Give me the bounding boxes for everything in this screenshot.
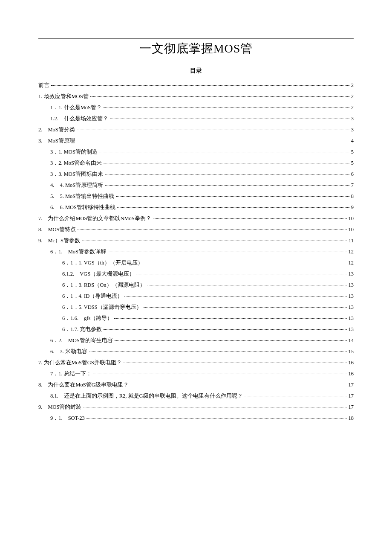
toc-leader-dots [105, 174, 349, 174]
toc-entry[interactable]: 7. 为什么介绍MOS管的文章都以NMoS举例？10 [38, 213, 354, 224]
toc-leader-dots [89, 352, 347, 352]
toc-entry-label: 6．1．5. VDSS（漏源击穿电压） [62, 302, 142, 313]
toc-entry-page: 7 [351, 180, 354, 191]
toc-entry-label: 6．1.7. 充电参数 [62, 324, 102, 335]
toc-entry-label: 6.1.2. VGS（最大栅源电压） [62, 268, 135, 279]
toc-entry-page: 2 [351, 102, 354, 113]
toc-entry[interactable]: 6．1. MoS管参数详解12 [38, 246, 354, 257]
toc-entry[interactable]: 7．1. 总结一下：16 [38, 368, 354, 379]
toc-entry[interactable]: 4. 4. MoS管原理简析7 [38, 180, 354, 191]
toc-entry-page: 10 [349, 213, 354, 224]
toc-entry-label: 9．1. SOT-23 [50, 413, 85, 424]
toc-entry[interactable]: 6．1.7. 充电参数13 [38, 324, 354, 335]
toc-entry-page: 5 [351, 157, 354, 169]
toc-entry[interactable]: 6. 3. 米勒电容15 [38, 346, 354, 357]
toc-leader-dots [145, 263, 347, 263]
toc-entry-label: 1. 场效应管和MOS管 [38, 91, 89, 102]
toc-leader-dots [83, 407, 346, 407]
toc-entry-label: 7．1. 总结一下： [50, 368, 92, 379]
toc-leader-dots [245, 396, 347, 396]
toc-entry[interactable]: 6．1．1. VGS（th）（开启电压）12 [38, 257, 354, 268]
toc-entry-page: 13 [349, 313, 354, 324]
toc-entry[interactable]: 1. 场效应管和MOS管2 [38, 91, 354, 102]
toc-entry[interactable]: 8. MOS管特点10 [38, 224, 354, 235]
toc-entry-page: 15 [349, 346, 354, 357]
toc-entry-label: 5. 5. MoS管输出特性曲线 [50, 191, 114, 202]
toc-entry-label: 8. MOS管特点 [38, 224, 76, 235]
toc-entry-page: 17 [349, 390, 354, 401]
toc-entry[interactable]: 6. 6. MOS管转移特性曲线9 [38, 202, 354, 213]
toc-entry-page: 8 [351, 191, 354, 202]
document-title: 一文彻底掌握MOS管 [38, 38, 354, 57]
toc-entry[interactable]: 3. MoS管原理4 [38, 135, 354, 146]
toc-leader-dots [51, 85, 349, 86]
toc-entry-label: 7. 为什么介绍MOS管的文章都以NMoS举例？ [38, 213, 151, 224]
toc-entry-page: 5 [351, 146, 354, 157]
toc-leader-dots [114, 318, 346, 319]
toc-entry-page: 13 [349, 302, 354, 313]
toc-entry-label: 6．1．4. ID（导通电流） [62, 291, 123, 302]
toc-entry-page: 10 [349, 224, 354, 235]
toc-leader-dots [108, 252, 347, 252]
toc-entry[interactable]: 1．1. 什么是MoS管？2 [38, 102, 354, 113]
toc-entry-page: 6 [351, 169, 354, 180]
toc-leader-dots [130, 385, 347, 385]
toc-entry[interactable]: 2. MoS管分类3 [38, 124, 354, 135]
toc-entry-label: 6．1．3. RDS（On）（漏源电阻） [62, 279, 145, 291]
toc-entry-page: 16 [349, 357, 354, 368]
toc-entry-page: 3 [351, 124, 354, 135]
toc-entry-label: 7. 为什么常在MoS管GS并联电阻？ [38, 357, 122, 368]
toc-leader-dots [82, 241, 347, 241]
toc-entry[interactable]: 9. Mc）S管参数11 [38, 235, 354, 246]
toc-entry-label: 9. MOS管的封装 [38, 401, 81, 413]
toc-entry[interactable]: 前言2 [38, 80, 354, 91]
toc-entry-label: 3．2. MoS管命名由来 [50, 157, 102, 169]
toc-entry[interactable]: 3．3. MOS管图标由来6 [38, 169, 354, 180]
toc-entry-label: 6．1．1. VGS（th）（开启电压） [62, 257, 143, 268]
toc-leader-dots [115, 340, 347, 341]
toc-entry[interactable]: 7. 为什么常在MoS管GS并联电阻？16 [38, 357, 354, 368]
toc-entry[interactable]: 6．1．5. VDSS（漏源击穿电压）13 [38, 302, 354, 313]
toc-leader-dots [104, 108, 349, 108]
toc-entry-page: 13 [349, 268, 354, 279]
toc-entry-label: 2. MoS管分类 [38, 124, 75, 135]
toc-entry[interactable]: 5. 5. MoS管输出特性曲线8 [38, 191, 354, 202]
toc-leader-dots [77, 141, 349, 141]
toc-leader-dots [77, 130, 349, 130]
toc-leader-dots [93, 374, 347, 374]
toc-entry[interactable]: 8.1. 还是在上面的示例图，R2, 就是G级的串联电阻。这个电阻有什么作用呢？… [38, 390, 354, 401]
toc-leader-dots [99, 152, 349, 152]
toc-leader-dots [147, 285, 347, 285]
toc-entry-label: 6．2. MOS管的寄生电容 [50, 335, 113, 346]
toc-entry-label: 前言 [38, 80, 49, 91]
toc-entry-page: 12 [349, 257, 354, 268]
toc-entry[interactable]: 9. MOS管的封装17 [38, 401, 354, 413]
toc-entry-page: 17 [349, 401, 354, 413]
toc-entry[interactable]: 3．1. MOS管的制造5 [38, 146, 354, 157]
toc-leader-dots [78, 230, 346, 230]
toc-entry-label: 3．1. MOS管的制造 [50, 146, 98, 157]
toc-entry-page: 16 [349, 368, 354, 379]
toc-entry[interactable]: 3．2. MoS管命名由来5 [38, 157, 354, 169]
toc-entry[interactable]: 8. 为什么要在MoS管G级串联电阻？17 [38, 379, 354, 390]
toc-entry-label: 3. MoS管原理 [38, 135, 75, 146]
toc-entry-page: 13 [349, 324, 354, 335]
toc-entry-label: 6．1.6. gfs（跨导） [62, 313, 112, 324]
toc-entry-label: 9. Mc）S管参数 [38, 235, 80, 246]
toc-leader-dots [90, 96, 349, 97]
toc-entry-page: 18 [349, 413, 354, 424]
toc-entry[interactable]: 6.1.2. VGS（最大栅源电压）13 [38, 268, 354, 279]
toc-entry-page: 2 [351, 80, 354, 91]
toc-entry-page: 4 [351, 135, 354, 146]
toc-leader-dots [153, 218, 347, 219]
toc-entry[interactable]: 6．1．4. ID（导通电流）13 [38, 291, 354, 302]
toc-entry[interactable]: 9．1. SOT-2318 [38, 413, 354, 424]
toc-entry-page: 13 [349, 279, 354, 291]
toc-entry[interactable]: 1.2. 什么是场效应管？3 [38, 113, 354, 124]
table-of-contents: 前言21. 场效应管和MOS管21．1. 什么是MoS管？21.2. 什么是场效… [38, 80, 354, 424]
toc-leader-dots [104, 329, 346, 330]
toc-entry-page: 12 [349, 246, 354, 257]
toc-entry[interactable]: 6．1.6. gfs（跨导）13 [38, 313, 354, 324]
toc-entry[interactable]: 6．2. MOS管的寄生电容14 [38, 335, 354, 346]
toc-entry[interactable]: 6．1．3. RDS（On）（漏源电阻）13 [38, 279, 354, 291]
